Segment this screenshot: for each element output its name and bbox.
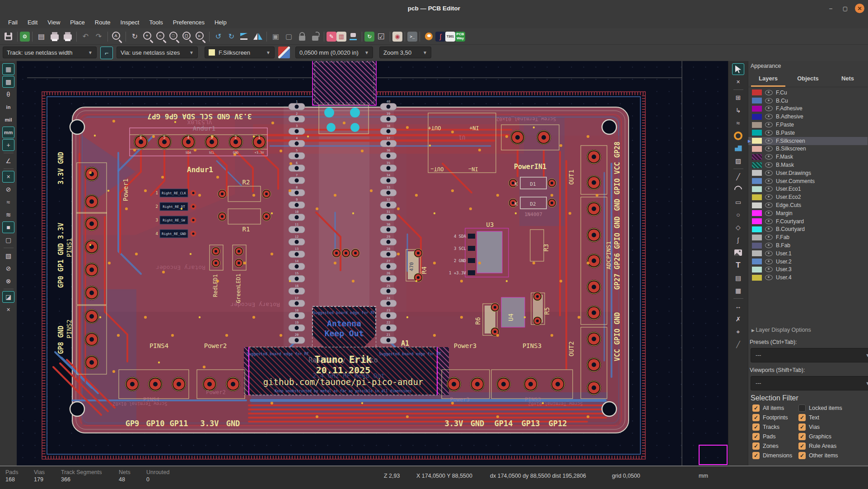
grid-overrides-icon[interactable]: ▩ (2, 76, 14, 88)
layer-color-swatch[interactable] (752, 186, 762, 192)
maximize-button[interactable]: ▢ (840, 4, 850, 13)
zoom-out-icon[interactable]: − (154, 30, 168, 42)
checkbox-icon[interactable] (798, 404, 806, 412)
grid-select[interactable]: 0,0500 mm (0,0020 in) ▼ (295, 47, 373, 58)
menu-place[interactable]: Place (65, 17, 89, 28)
layer-row-fmask[interactable]: F.Mask (748, 153, 868, 161)
filter-pads[interactable]: Pads (752, 433, 776, 440)
layer-row-margin[interactable]: Margin (748, 209, 868, 217)
visibility-eye-icon[interactable] (765, 122, 773, 127)
tune-length-icon[interactable]: ≈ (732, 117, 744, 129)
visibility-eye-icon[interactable] (765, 114, 773, 119)
draw-circle-icon[interactable]: ○ (732, 209, 744, 221)
filter-dimensions[interactable]: Dimensions (752, 452, 792, 459)
rotate-ccw-icon[interactable]: ↺ (212, 30, 225, 42)
redo-icon[interactable]: ↷ (92, 30, 105, 42)
show-ratsnest-icon[interactable]: × (2, 171, 14, 183)
layer-row-userdrawings[interactable]: User.Drawings (748, 169, 868, 177)
visibility-eye-icon[interactable] (765, 106, 773, 111)
plot-icon[interactable] (61, 30, 74, 42)
layer-color-swatch[interactable] (752, 194, 762, 200)
mirror-icon[interactable] (251, 30, 264, 42)
filter-tracks[interactable]: Tracks (752, 423, 779, 431)
checkbox-icon[interactable] (798, 433, 806, 440)
draw-line-icon[interactable]: ╱ (732, 171, 744, 183)
layer-color-swatch[interactable] (752, 138, 762, 144)
menu-edit[interactable]: Edit (23, 17, 42, 28)
filter-zones[interactable]: Zones (752, 442, 779, 450)
menu-view[interactable]: View (43, 17, 65, 28)
menu-inspect[interactable]: Inspect (116, 17, 144, 28)
visibility-eye-icon[interactable] (765, 179, 773, 184)
checkbox-icon[interactable] (752, 423, 760, 431)
checkbox-icon[interactable] (798, 414, 806, 421)
checkbox-icon[interactable] (752, 442, 760, 450)
unlock-icon[interactable] (308, 30, 322, 42)
select-tool-icon[interactable] (732, 63, 744, 75)
add-via-icon[interactable] (732, 130, 744, 141)
zoom-select[interactable]: Zoom 3,50 ▼ (379, 47, 431, 58)
layer-row-fsilkscreen-selected[interactable]: F.Silkscreen (748, 137, 868, 145)
visibility-eye-icon[interactable] (765, 194, 773, 200)
visibility-eye-icon[interactable] (765, 146, 773, 151)
sketch-footprints-icon[interactable]: ▧ (2, 250, 14, 262)
integral-plugin-icon[interactable]: ∫ (435, 32, 445, 42)
layer-color-swatch[interactable] (752, 250, 762, 256)
menu-preferences[interactable]: Preferences (168, 17, 209, 28)
flip-view-icon[interactable] (238, 30, 251, 42)
undo-icon[interactable]: ↶ (79, 30, 92, 42)
menu-tools[interactable]: Tools (145, 17, 167, 28)
visibility-eye-icon[interactable] (765, 226, 773, 232)
layer-row-fcourtyard[interactable]: F.Courtyard (748, 217, 868, 226)
zoom-fit-icon[interactable]: □ (168, 30, 181, 42)
zoom-selection-icon[interactable]: ▹ (194, 30, 207, 42)
cross-probe-icon[interactable]: × (2, 304, 14, 315)
close-button[interactable]: ✕ (855, 4, 864, 13)
layer-row-bcu[interactable]: B.Cu (748, 97, 868, 105)
draw-polygon-icon[interactable]: ◇ (732, 221, 744, 233)
polar-coordinates-icon[interactable]: θ (2, 89, 14, 100)
filter-locked-items[interactable]: Locked items (798, 404, 842, 412)
layer-color-swatch[interactable] (752, 89, 762, 95)
auto-track-width-toggle[interactable]: ⌐ (100, 47, 113, 59)
visibility-eye-icon[interactable] (765, 138, 773, 144)
layer-row-badhesive[interactable]: B.Adhesive (748, 113, 868, 121)
layer-row-user3[interactable]: User.3 (748, 266, 868, 274)
layer-color-swatch[interactable] (752, 243, 762, 249)
units-inches-icon[interactable]: in (2, 101, 14, 113)
layer-row-usereco2[interactable]: User.Eco2 (748, 193, 868, 201)
drc-icon[interactable]: ☑ (374, 30, 387, 42)
checkbox-icon[interactable] (798, 442, 806, 450)
dim-inactive-layers-icon[interactable]: ◪ (2, 291, 14, 303)
measure-tool-icon[interactable]: ╱ (732, 339, 744, 350)
layer-row-fpaste[interactable]: F.Paste (748, 121, 868, 129)
layer-color-swatch[interactable] (752, 178, 762, 184)
group-icon[interactable]: ▣ (269, 30, 282, 42)
layer-color-swatch[interactable] (752, 275, 762, 281)
layer-row-usereco1[interactable]: User.Eco1 (748, 185, 868, 193)
add-zone-icon[interactable] (732, 142, 744, 154)
save-icon[interactable] (2, 30, 15, 42)
layer-color-swatch[interactable] (752, 226, 762, 232)
visibility-eye-icon[interactable] (765, 267, 773, 272)
highlight-collisions-icon[interactable]: ≈ (2, 196, 14, 208)
layer-color-swatch[interactable] (752, 146, 762, 152)
library-browser-icon[interactable]: ▥ (336, 32, 346, 42)
add-table-icon[interactable]: ▦ (732, 285, 744, 296)
layer-row-edgecuts[interactable]: Edge.Cuts (748, 201, 868, 209)
free-angle-icon[interactable]: ∠ (2, 155, 14, 167)
layer-color-swatch[interactable] (752, 267, 762, 273)
filter-text[interactable]: Text (798, 414, 819, 421)
checkbox-icon[interactable] (752, 433, 760, 440)
edit-footprint-icon[interactable]: ✎ (327, 32, 336, 42)
checkbox-icon[interactable] (798, 423, 806, 431)
layer-color-swatch[interactable] (752, 259, 762, 264)
layer-row-ffab[interactable]: F.Fab (748, 233, 868, 241)
visibility-eye-icon[interactable] (765, 154, 773, 160)
layer-row-fcu[interactable]: F.Cu (748, 89, 868, 97)
hide-ratsnest-icon[interactable]: ⊘ (2, 183, 14, 195)
layer-color-swatch[interactable] (752, 210, 762, 216)
layer-row-user4[interactable]: User.4 (748, 273, 868, 282)
layer-display-options[interactable]: Layer Display Options (751, 327, 811, 333)
layer-color-swatch[interactable] (752, 162, 762, 168)
